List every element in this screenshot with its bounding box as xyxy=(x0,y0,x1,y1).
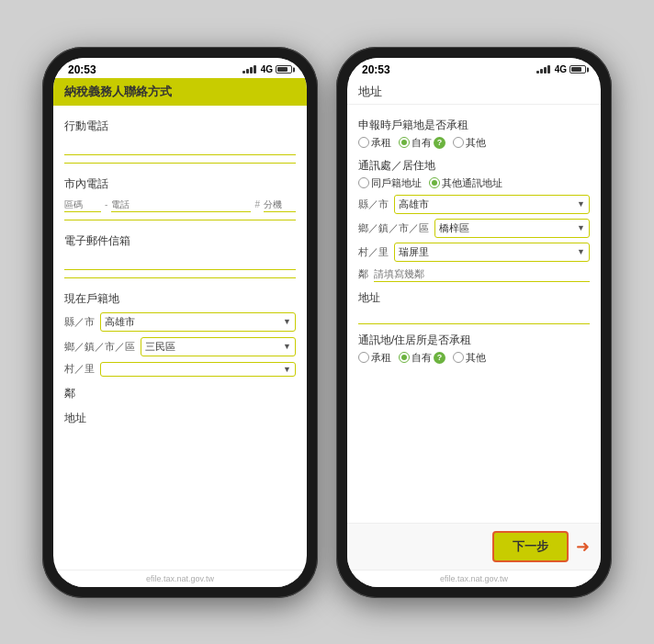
village-value-right: 瑞屏里 xyxy=(399,245,429,259)
district-row-right: 鄉／鎮／市／區 橋梓區 ▼ xyxy=(358,219,590,238)
comm-rental-label-1: 自有 xyxy=(412,351,432,365)
county-select[interactable]: 高雄市 ▼ xyxy=(100,312,296,332)
mobile-label: 行動電話 xyxy=(64,119,296,134)
comm-radio-1 xyxy=(429,177,440,188)
village-select-right[interactable]: 瑞屏里 ▼ xyxy=(394,243,590,262)
village-label: 村／里 xyxy=(64,362,95,376)
status-icons-left: 4G xyxy=(242,64,292,74)
comm-option-0[interactable]: 同戶籍地址 xyxy=(358,176,422,190)
scene: 20:53 4G 納稅義務人聯絡方式 xyxy=(24,28,630,616)
district-row: 鄉／鎮／市／區 三民區 ▼ xyxy=(64,337,296,356)
village-row-right: 村／里 瑞屏里 ▼ xyxy=(358,243,590,262)
rental-option-label-2: 其他 xyxy=(466,136,486,150)
chevron-county-right: ▼ xyxy=(577,199,585,209)
postcode-row-right: 鄰 xyxy=(358,266,590,282)
county-row: 縣／市 高雄市 ▼ xyxy=(64,312,296,332)
phone-left-screen: 20:53 4G 納稅義務人聯絡方式 xyxy=(53,58,307,587)
rental-radio-1 xyxy=(399,137,410,148)
county-label: 縣／市 xyxy=(64,315,95,329)
postcode-label-right: 鄰 xyxy=(358,267,368,281)
comm-rental-label-2: 其他 xyxy=(466,351,486,365)
village-select[interactable]: ▼ xyxy=(100,362,296,377)
landline-row: - # xyxy=(64,198,296,212)
section-header-left: 納稅義務人聯絡方式 xyxy=(53,78,307,106)
district-value: 三民區 xyxy=(145,340,175,354)
comm-rental-radio-group: 承租 自有 ? 其他 xyxy=(358,351,590,365)
district-label-right: 鄉／鎮／市／區 xyxy=(358,221,429,235)
time-right: 20:53 xyxy=(362,63,390,76)
comm-option-1[interactable]: 其他通訊地址 xyxy=(429,176,502,190)
battery-icon-right xyxy=(569,65,586,73)
form-area-left: 行動電話 市內電話 - # 電子郵件信箱 現在戶籍地 縣／市 xyxy=(53,106,307,570)
comm-rental-radio-1 xyxy=(399,352,410,363)
time-left: 20:53 xyxy=(68,63,96,76)
rental-option-1[interactable]: 自有 ? xyxy=(399,136,445,150)
comm-rental-label-0: 承租 xyxy=(371,351,391,365)
comm-rental-radio-0 xyxy=(358,352,369,363)
address-input-right[interactable] xyxy=(358,309,590,324)
footer-url-left: efile.tax.nat.gov.tw xyxy=(146,574,214,583)
status-icons-right: 4G xyxy=(536,64,586,74)
comm-label: 通訊處／居住地 xyxy=(358,158,590,174)
comm-rental-label: 通訊地/住居所是否承租 xyxy=(358,333,590,348)
signal-icon xyxy=(242,65,256,73)
battery-icon xyxy=(276,65,292,73)
info-icon-1[interactable]: ? xyxy=(434,137,445,149)
postcode-input-right[interactable] xyxy=(374,266,590,282)
county-value-right: 高雄市 xyxy=(399,198,429,211)
comm-radio-group: 同戶籍地址 其他通訊地址 xyxy=(358,176,590,190)
rental-radio-group: 承租 自有 ? 其他 xyxy=(358,136,590,150)
chevron-down-icon3: ▼ xyxy=(283,365,291,374)
status-bar-left: 20:53 4G xyxy=(53,58,307,78)
comm-rental-option-2[interactable]: 其他 xyxy=(453,351,486,365)
chevron-down-icon2: ▼ xyxy=(283,342,291,351)
comm-rental-radio-2 xyxy=(453,352,464,363)
district-select-right[interactable]: 橋梓區 ▼ xyxy=(434,219,590,238)
rental-option-label-0: 承租 xyxy=(371,136,391,150)
chevron-village-right: ▼ xyxy=(577,247,585,256)
phone-left: 20:53 4G 納稅義務人聯絡方式 xyxy=(42,47,318,598)
rental-option-0[interactable]: 承租 xyxy=(358,136,391,150)
county-select-right[interactable]: 高雄市 ▼ xyxy=(394,195,590,214)
comm-rental-option-1[interactable]: 自有 ? xyxy=(399,351,445,365)
hash: # xyxy=(254,199,260,209)
county-value: 高雄市 xyxy=(105,315,135,329)
rental-radio-0 xyxy=(358,137,369,148)
arrow-right-icon: ➜ xyxy=(576,537,590,557)
address-label: 地址 xyxy=(64,411,296,426)
landline-label: 市內電話 xyxy=(64,176,296,192)
phone-number-input[interactable] xyxy=(111,198,251,212)
county-label-right: 縣／市 xyxy=(358,198,389,211)
village-row: 村／里 ▼ xyxy=(64,362,296,377)
district-select[interactable]: 三民區 ▼ xyxy=(141,337,296,356)
comm-option-label-1: 其他通訊地址 xyxy=(442,176,502,190)
residence-label: 現在戶籍地 xyxy=(64,291,296,307)
rental-option-2[interactable]: 其他 xyxy=(453,136,486,150)
village-label-right: 村／里 xyxy=(358,245,389,259)
postcode-label: 鄰 xyxy=(64,386,296,401)
email-input[interactable] xyxy=(64,253,296,270)
sep1: - xyxy=(105,199,107,209)
status-bar-right: 20:53 4G xyxy=(347,58,601,78)
area-code-input[interactable] xyxy=(64,198,101,212)
comm-rental-option-0[interactable]: 承租 xyxy=(358,351,391,365)
mobile-input[interactable] xyxy=(64,138,296,155)
signal-icon-right xyxy=(536,65,550,73)
page-title-right: 地址 xyxy=(347,78,601,105)
comm-radio-0 xyxy=(358,177,369,188)
rental-label: 申報時戶籍地是否承租 xyxy=(358,118,590,133)
chevron-district-right: ▼ xyxy=(577,223,585,232)
district-value-right: 橋梓區 xyxy=(439,221,469,235)
rental-radio-2 xyxy=(453,137,464,148)
phone-right: 20:53 4G 地址 xyxy=(336,47,612,598)
phone-right-screen: 20:53 4G 地址 xyxy=(347,58,601,587)
next-button[interactable]: 下一步 xyxy=(492,531,569,562)
network-label-right: 4G xyxy=(555,64,567,74)
form-area-right: 申報時戶籍地是否承租 承租 自有 ? 其他 xyxy=(347,105,601,523)
extension-input[interactable] xyxy=(264,198,296,212)
footer-left: efile.tax.nat.gov.tw xyxy=(53,570,307,587)
email-label: 電子郵件信箱 xyxy=(64,233,296,249)
address-label-right: 地址 xyxy=(358,290,590,306)
rental-option-label-1: 自有 xyxy=(412,136,432,150)
info-icon-comm[interactable]: ? xyxy=(434,352,445,364)
